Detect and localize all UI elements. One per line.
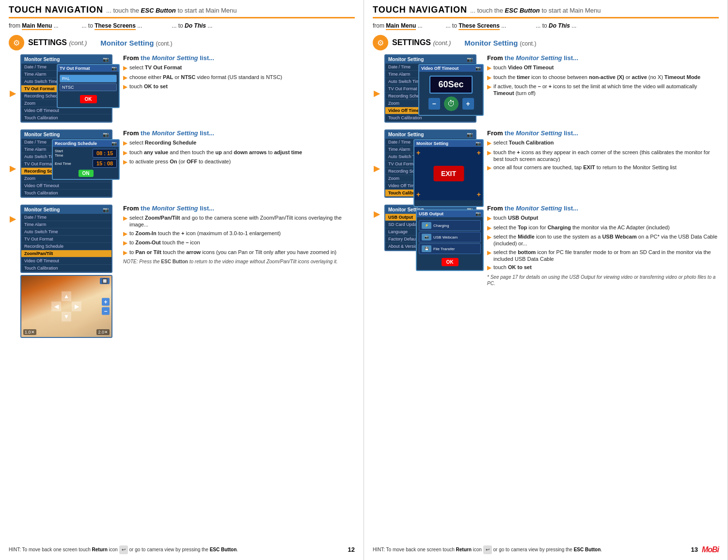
tv-out-ok-container: OK xyxy=(60,93,117,105)
inst-bullet-vot2: ▶ xyxy=(487,74,491,82)
usb-ok-button[interactable]: OK xyxy=(442,258,459,266)
inst-text-usb4: select the bottom icon for PC file trans… xyxy=(493,249,719,263)
touch-calibration-screen-wrapper: Monitor Setting 📷 Date / Time Time Alarm… xyxy=(384,129,481,198)
right-from-label: from Main Menu ... xyxy=(373,22,423,29)
pan-right[interactable]: ▶ xyxy=(72,302,81,311)
ms-tv-out-3[interactable]: TV Out Format xyxy=(21,236,111,243)
inst-text-rs1: select Recording Schedule xyxy=(129,139,196,146)
block-tc-arrow: ▶ xyxy=(373,139,380,198)
end-time-display[interactable]: 15 : 08 xyxy=(93,159,117,168)
usb-inst-4: ▶ select the bottom icon for PC file tra… xyxy=(487,249,719,263)
ms-icon-tc: 📷 xyxy=(467,132,473,137)
inst-text-vot1: touch Video Off Timeout xyxy=(493,64,554,71)
vot-popup-body: 60Sec − ⏱ + xyxy=(419,72,483,115)
zoom-controls-overlay: 🔲 xyxy=(100,278,110,284)
left-page-header: TOUCH NAVIGATION ... touch the ESC Butto… xyxy=(9,5,355,15)
vot-plus-btn[interactable]: + xyxy=(462,98,474,110)
tc-plus-br[interactable]: + xyxy=(477,191,481,198)
vot-minus-btn[interactable]: − xyxy=(428,98,440,110)
zoom-in-btn[interactable]: + xyxy=(102,298,110,306)
left-orange-rule xyxy=(9,17,355,18)
ms-video-off-3[interactable]: Video Off Timeout xyxy=(21,257,111,265)
left-return-icon[interactable]: ↩ xyxy=(119,545,128,554)
inst-bullet-tc3: ▶ xyxy=(487,164,491,172)
usb-popup-header: USB Output 📷 xyxy=(417,210,483,217)
recording-schedule-block: ▶ Monitor Setting 📷 Date / Time Time Ala… xyxy=(9,129,355,198)
recording-schedule-screen-wrapper: Monitor Setting 📷 Date / Time Time Alarm… xyxy=(20,129,117,198)
tc-inst-1: ▶ select Touch Calibration xyxy=(487,139,719,147)
baby-camera-image: 🔲 1.0✕ 2.0✕ ▲ ◀ ▶ ▼ xyxy=(20,275,112,338)
left-nav-sep1 xyxy=(66,21,75,30)
tv-out-ntsc[interactable]: NTSC xyxy=(60,83,117,91)
zoom-control-icons[interactable]: 🔲 xyxy=(100,278,110,284)
usb-inst-3: ▶ select the Middle icon to use the syst… xyxy=(487,233,719,247)
zoom-inst-4: ▶ to Pan or Tilt touch the arrow icons (… xyxy=(123,249,355,257)
usb-inst-title: From the Monitor Setting list... xyxy=(487,205,719,212)
usb-webcam-icon: 📷 xyxy=(422,234,431,240)
tc-plus-tl[interactable]: + xyxy=(416,149,420,157)
ms-header-2: Monitor Setting 📷 xyxy=(21,130,111,139)
tv-out-popup-icon: 📷 xyxy=(111,66,117,71)
tc-plus-tr[interactable]: + xyxy=(477,149,481,157)
ms-header-3: Monitor Setting 📷 xyxy=(21,206,111,214)
pan-up[interactable]: ▲ xyxy=(62,291,71,301)
zoom-out-btn[interactable]: − xyxy=(102,307,110,315)
usb-output-instructions: From the Monitor Setting list... ▶ touch… xyxy=(485,205,719,287)
usb-charging-label: Charging xyxy=(433,224,449,228)
usb-popup-body: ⚡ Charging 📷 USB Webcam 💾 File Transfer xyxy=(417,217,483,270)
rec-sched-on-button[interactable]: ON xyxy=(79,170,94,177)
tc-plus-bl[interactable]: + xyxy=(416,191,420,198)
zoom-inst-note: NOTE: Press the ESC Button to return to … xyxy=(123,258,355,265)
recording-schedule-instructions: From the Monitor Setting list... ▶ selec… xyxy=(121,129,355,198)
inst-text-z4: to Pan or Tilt touch the arrow icons (yo… xyxy=(129,249,336,256)
pan-down[interactable]: ▼ xyxy=(62,312,71,321)
pan-left[interactable]: ◀ xyxy=(51,302,61,311)
ms-video-off-1[interactable]: Video Off Timeout xyxy=(21,107,111,114)
from-label-2: From xyxy=(123,129,139,137)
rec-sched-inst-1: ▶ select Recording Schedule xyxy=(123,139,355,147)
ms-date-time-3[interactable]: Date / Time xyxy=(21,214,111,221)
video-off-timeout-screen-wrapper: Monitor Setting 📷 Date / Time Time Alarm… xyxy=(384,54,481,123)
vot-timer-icon[interactable]: ⏱ xyxy=(444,96,459,111)
right-section-header: ⚙ SETTINGS (cont.) Monitor Setting (cont… xyxy=(373,35,719,50)
inst-bullet-1: ▶ xyxy=(123,64,127,72)
ms-rec-sched-3[interactable]: Recording Schedule xyxy=(21,243,111,250)
ms-video-off-2[interactable]: Video Off Timeout xyxy=(21,182,111,190)
right-do-this-label: ... to Do This ... xyxy=(536,22,576,29)
ms-icon-2: 📷 xyxy=(103,132,109,137)
right-return-icon[interactable]: ↩ xyxy=(483,545,492,554)
left-panel-title-text: Monitor Setting xyxy=(100,39,154,47)
inst-bullet-tc2: ▶ xyxy=(487,149,491,157)
right-from-em: Main Menu xyxy=(386,22,416,30)
tv-out-pal[interactable]: PAL xyxy=(60,75,117,82)
inst-bullet-vot3: ▶ xyxy=(487,83,491,91)
ms-touch-cal-3[interactable]: Touch Calibration xyxy=(21,265,111,272)
usb-ok-container: OK xyxy=(419,256,481,268)
right-orange-rule xyxy=(373,17,719,18)
ms-touch-cal-2[interactable]: Touch Calibration xyxy=(21,190,111,197)
settings-icon-right: ⚙ xyxy=(373,35,388,50)
inst-bullet-rs1: ▶ xyxy=(123,140,127,147)
zoom-plus-minus: + − xyxy=(102,298,110,315)
usb-charging-option[interactable]: ⚡ Charging xyxy=(419,220,481,231)
zoom-inst-title: From the Monitor Setting list... xyxy=(123,205,355,212)
right-page: TOUCH NAVIGATION ... touch the ESC Butto… xyxy=(364,0,728,560)
tv-out-ok-button[interactable]: OK xyxy=(80,95,97,103)
right-page-header: TOUCH NAVIGATION ... touch the ESC Butto… xyxy=(373,5,719,15)
usb-inst-2: ▶ select the Top icon for Charging the m… xyxy=(487,224,719,232)
left-subtitle: ... touch the ESC Button to start at Mai… xyxy=(106,7,237,14)
usb-filetransfer-option[interactable]: 💾 File Transfer xyxy=(419,243,481,254)
ms-time-alarm-3[interactable]: Time Alarm xyxy=(21,221,111,228)
zoom-inst-1: ▶ select Zoom/Pan/Tilt and go to the cam… xyxy=(123,214,355,228)
left-panel-title: Monitor Setting (cont.) xyxy=(100,39,172,47)
ms-auto-switch-3[interactable]: Auto Switch Time xyxy=(21,228,111,236)
start-time-display[interactable]: 08 : 15 xyxy=(93,149,117,158)
right-panel-title-text: Monitor Setting xyxy=(464,39,518,47)
left-panel-cont: (cont.) xyxy=(156,40,172,47)
ms-zoom-selected[interactable]: Zoom/Pan/Tilt xyxy=(21,250,111,257)
inst-text-z3: to Zoom-Out touch the – icon xyxy=(129,239,200,246)
tc-exit-button[interactable]: EXIT xyxy=(433,166,464,181)
ms-touch-cal-1[interactable]: Touch Calibration xyxy=(21,114,111,122)
usb-webcam-option[interactable]: 📷 USB Webcam xyxy=(419,232,481,242)
pan-nw xyxy=(51,291,61,301)
